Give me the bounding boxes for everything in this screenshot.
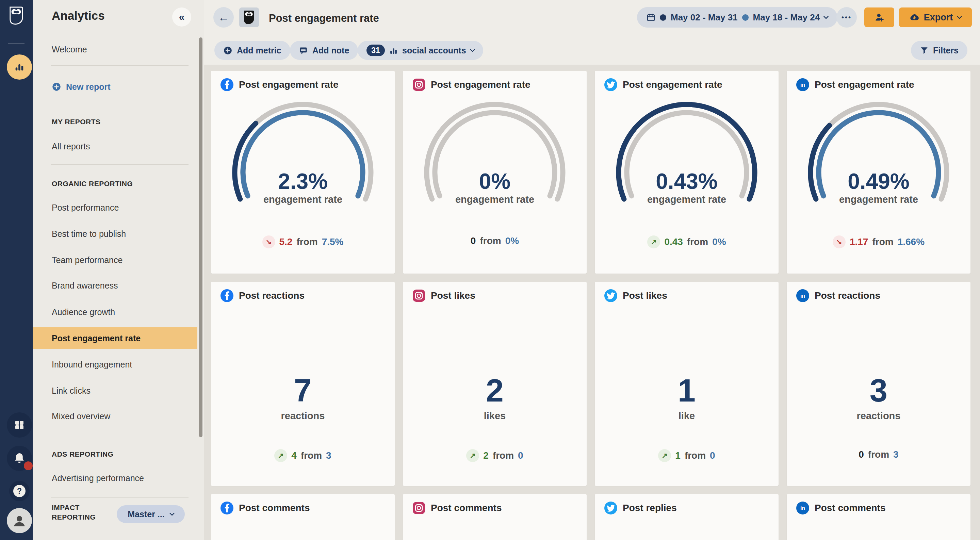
plus-circle-icon (52, 82, 61, 92)
bar-chart-icon (14, 61, 25, 73)
metric-value: 3 (787, 373, 970, 408)
sidebar-item-mixed-overview[interactable]: Mixed overview (52, 409, 188, 424)
sidebar-scrollbar[interactable] (199, 37, 202, 437)
card-title: Post comments (431, 503, 502, 513)
trend-arrow-icon: ↗ (274, 449, 287, 462)
sidebar-item-audience-growth[interactable]: Audience growth (52, 304, 188, 320)
sidebar-heading-organic-reporting: ORGANIC REPORTING (52, 176, 188, 191)
delta-connector: from (872, 236, 893, 247)
sidebar-item-inbound-engagement[interactable]: Inbound engagement (52, 357, 188, 372)
sidebar-item-new-report[interactable]: New report (52, 79, 188, 94)
impact-report-selector[interactable]: Master ... (117, 505, 185, 523)
metric-card-twitter: Post likes 1 like ↗ 1 from 0 (595, 282, 778, 486)
network-icon (221, 502, 234, 515)
sidebar-item-brand-awareness[interactable]: Brand awareness (52, 278, 188, 293)
delta-previous-value: 1.66% (898, 236, 924, 247)
delta-previous-value: 3 (326, 450, 331, 461)
sidebar-item-team-performance[interactable]: Team performance (52, 252, 188, 268)
delta-change: 0 (859, 449, 864, 460)
card-title: Post comments (239, 503, 310, 513)
analytics-nav-icon[interactable] (7, 54, 32, 80)
chevron-down-icon (469, 46, 475, 52)
card-title: Post engagement rate (239, 79, 339, 90)
metric-value: 2 (403, 373, 587, 408)
impact-selector-value: Master ... (127, 510, 164, 519)
metric-value: 0% (403, 170, 587, 193)
delta-row: ↗ 2 from 0 (403, 449, 587, 462)
sidebar-item-best-time-to-publish[interactable]: Best time to publish (52, 226, 188, 241)
export-button[interactable]: Export (899, 8, 972, 27)
notifications-bell-icon[interactable] (7, 446, 32, 471)
hootsuite-owl-logo-icon[interactable] (8, 5, 24, 27)
network-icon: in (796, 502, 809, 515)
delta-connector: from (296, 236, 318, 247)
network-icon: in (796, 78, 809, 91)
sidebar-item-post-performance[interactable]: Post performance (52, 200, 188, 215)
metric-card-facebook: Post comments (211, 494, 395, 540)
card-title: Post comments (815, 503, 886, 513)
funnel-icon (920, 46, 929, 55)
more-options-button[interactable]: ••• (837, 7, 857, 27)
primary-range-dot (660, 14, 666, 21)
add-metric-button[interactable]: Add metric (215, 41, 290, 60)
metric-label: engagement rate (403, 194, 587, 205)
sidebar-heading-my-reports: MY REPORTS (52, 114, 188, 129)
sidebar-heading-impact-reporting: IMPACT REPORTING (52, 503, 106, 522)
card-title: Post reactions (815, 290, 880, 301)
delta-connector: from (480, 236, 501, 246)
metric-card-instagram: Post comments (403, 494, 587, 540)
avatar[interactable] (7, 508, 32, 533)
back-arrow-icon: ← (218, 12, 229, 23)
network-icon (412, 78, 425, 91)
card-title: Post replies (623, 503, 677, 513)
network-icon (605, 502, 617, 515)
card-title: Post likes (431, 290, 476, 301)
metric-value: 0.49% (787, 170, 970, 193)
sidebar-divider (51, 164, 189, 165)
card-title: Post likes (623, 290, 667, 301)
delta-previous-value: 0 (710, 450, 715, 461)
chevron-down-icon (169, 510, 175, 516)
back-button[interactable]: ← (213, 7, 234, 27)
card-title: Post engagement rate (431, 79, 530, 90)
delta-previous-value: 3 (893, 449, 899, 460)
metric-label: reactions (787, 410, 970, 422)
filters-label: Filters (933, 46, 959, 56)
sidebar-title: Analytics (52, 9, 105, 22)
report-header: ← Post engagement rate May 02 - May 31 M… (204, 0, 980, 65)
sidebar-item-welcome[interactable]: Welcome (52, 42, 188, 57)
app-grid-icon[interactable] (7, 413, 32, 438)
help-icon[interactable]: ? (9, 481, 30, 501)
note-icon (299, 46, 308, 55)
plus-circle-icon (223, 46, 232, 55)
network-icon (605, 78, 617, 91)
metric-label: engagement rate (595, 194, 778, 205)
date-range-selector[interactable]: May 02 - May 31 May 18 - May 24 (637, 7, 837, 27)
sidebar-item-post-engagement-rate[interactable]: Post engagement rate (52, 331, 188, 346)
sidebar-divider (51, 65, 189, 66)
bar-chart-icon (389, 46, 398, 55)
metric-card-twitter: Post replies (595, 494, 778, 540)
sidebar-item-advertising-performance[interactable]: Advertising performance (52, 471, 188, 486)
social-accounts-selector[interactable]: 31 social accounts (358, 41, 483, 60)
network-icon: in (796, 289, 809, 302)
metric-card-twitter: Post engagement rate 0.43% engagement ra… (595, 71, 778, 274)
reports-sidebar: Analytics « Welcome New report MY REPORT… (33, 0, 204, 540)
sidebar-item-all-reports[interactable]: All reports (52, 139, 188, 154)
delta-connector: from (685, 450, 706, 461)
metric-card-linkedin: in Post comments (787, 494, 970, 540)
delta-previous-value: 7.5% (322, 236, 344, 247)
network-icon (221, 78, 234, 91)
person-add-icon (874, 12, 885, 22)
share-report-button[interactable] (864, 8, 894, 27)
sidebar-item-link-clicks[interactable]: Link clicks (52, 383, 188, 398)
delta-row: 0 from 3 (787, 449, 970, 460)
compare-date-range: May 18 - May 24 (753, 12, 820, 23)
export-label: Export (924, 12, 953, 23)
collapse-sidebar-button[interactable]: « (172, 8, 191, 27)
filters-button[interactable]: Filters (911, 41, 967, 60)
add-note-button[interactable]: Add note (290, 41, 358, 60)
sidebar-divider (51, 436, 189, 436)
network-icon (412, 502, 425, 515)
metric-card-linkedin: in Post reactions 3 reactions 0 from 3 (787, 282, 970, 486)
